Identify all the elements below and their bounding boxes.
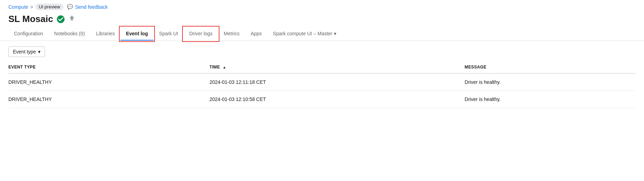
pin-icon[interactable]: [68, 15, 75, 23]
top-bar: Compute > UI preview 💬 Send feedback: [0, 0, 644, 12]
toolbar-row: Event type ▾: [0, 41, 644, 61]
tab-libraries[interactable]: Libraries: [90, 27, 120, 41]
event-log-table: EVENT TYPE TIME ▲ MESSAGE DRIVER_HEALTHY…: [8, 61, 636, 108]
breadcrumb-compute[interactable]: Compute: [8, 4, 28, 10]
tab-spark-compute-ui[interactable]: Spark compute UI – Master ▾: [267, 27, 342, 41]
tab-notebooks[interactable]: Notebooks (0): [48, 27, 90, 41]
cell-message: Driver is healthy.: [465, 91, 636, 108]
breadcrumb-separator: >: [30, 4, 33, 10]
svg-point-0: [57, 15, 65, 23]
cell-time: 2024-01-03 12:10:58 CET: [209, 91, 464, 108]
cell-message: Driver is healthy.: [465, 73, 636, 91]
feedback-icon: 💬: [67, 4, 73, 10]
page-title-row: SL Mosaic: [0, 12, 644, 27]
table-row: DRIVER_HEALTHY 2024-01-03 12:11:18 CET D…: [8, 73, 636, 91]
feedback-label: Send feedback: [75, 4, 107, 10]
sort-asc-icon: ▲: [223, 65, 226, 69]
feedback-link[interactable]: 💬 Send feedback: [67, 4, 107, 10]
event-type-dropdown[interactable]: Event type ▾: [8, 46, 45, 57]
col-event-type: EVENT TYPE: [8, 61, 209, 73]
table-row: DRIVER_HEALTHY 2024-01-03 12:10:58 CET D…: [8, 91, 636, 108]
chevron-down-icon: ▾: [334, 31, 336, 36]
status-icon: [57, 15, 65, 23]
event-type-label: Event type: [13, 49, 36, 55]
tab-spark-ui[interactable]: Spark UI: [153, 27, 184, 41]
cell-time: 2024-01-03 12:11:18 CET: [209, 73, 464, 91]
tab-driver-logs[interactable]: Driver logs: [184, 27, 218, 41]
tabs-row: Configuration Notebooks (0) Libraries Ev…: [0, 27, 644, 41]
page-title: SL Mosaic: [8, 14, 53, 24]
cell-event-type: DRIVER_HEALTHY: [8, 91, 209, 108]
chevron-down-icon: ▾: [38, 49, 40, 55]
tab-metrics[interactable]: Metrics: [218, 27, 245, 41]
tab-configuration[interactable]: Configuration: [8, 27, 48, 41]
col-message: MESSAGE: [465, 61, 636, 73]
col-time[interactable]: TIME ▲: [209, 61, 464, 73]
cell-event-type: DRIVER_HEALTHY: [8, 73, 209, 91]
tab-event-log[interactable]: Event log: [120, 27, 153, 41]
breadcrumb-current: UI preview: [35, 3, 63, 10]
tab-apps[interactable]: Apps: [245, 27, 267, 41]
table-header-row: EVENT TYPE TIME ▲ MESSAGE: [8, 61, 636, 73]
table-container: EVENT TYPE TIME ▲ MESSAGE DRIVER_HEALTHY…: [0, 61, 644, 108]
